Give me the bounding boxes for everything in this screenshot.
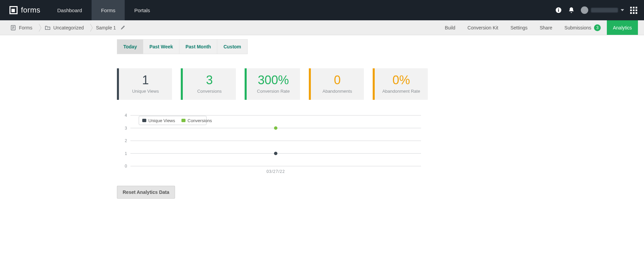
card-label: Conversions (186, 89, 232, 94)
apps-grid-icon[interactable] (630, 7, 637, 14)
analytics-chart: 0123403/27/22Unique ViewsConversions (117, 112, 428, 176)
brand-logo-icon (9, 6, 18, 14)
sub-bar: Forms?UncategorizedSample 1 BuildConvers… (0, 20, 644, 35)
svg-text:0: 0 (125, 164, 127, 168)
chart-area: 0123403/27/22Unique ViewsConversions (117, 112, 428, 176)
card-value: 0% (378, 73, 424, 87)
subtab-settings[interactable]: Settings (504, 20, 534, 35)
subtab-conversion-kit[interactable]: Conversion Kit (462, 20, 504, 35)
svg-point-19 (274, 152, 277, 155)
breadcrumb-sample-1[interactable]: Sample 1 (96, 25, 138, 31)
stat-card-conversions: 3Conversions (181, 68, 236, 100)
sub-tabs: BuildConversion KitSettingsShareSubmissi… (439, 20, 638, 35)
breadcrumb-label: Forms (19, 25, 32, 30)
brand-name: forms (21, 6, 41, 15)
info-icon[interactable] (555, 7, 562, 14)
subtab-submissions[interactable]: Submissions3 (559, 20, 607, 35)
svg-rect-2 (558, 9, 559, 12)
subtab-label: Build (445, 25, 455, 30)
svg-text:?: ? (47, 27, 48, 29)
form-icon (10, 25, 16, 31)
svg-text:1: 1 (125, 151, 127, 156)
svg-rect-24 (181, 119, 185, 122)
range-tab-today[interactable]: Today (117, 39, 143, 54)
breadcrumb-forms[interactable]: Forms (10, 25, 45, 31)
card-label: Abandonments (314, 89, 361, 94)
subtab-label: Analytics (613, 25, 632, 30)
svg-text:Conversions: Conversions (188, 118, 212, 123)
svg-text:4: 4 (125, 113, 127, 118)
folder-icon: ? (45, 25, 51, 31)
range-tab-past-week[interactable]: Past Week (143, 39, 179, 54)
card-label: Conversion Rate (250, 89, 296, 94)
card-label: Unique Views (122, 89, 169, 94)
top-nav-dashboard[interactable]: Dashboard (48, 0, 92, 20)
subtab-label: Conversion Kit (468, 25, 498, 30)
subtab-build[interactable]: Build (439, 20, 461, 35)
card-value: 1 (122, 73, 169, 87)
stat-card-unique-views: 1Unique Views (117, 68, 172, 100)
bell-icon[interactable] (568, 7, 575, 14)
stat-card-conversion-rate: 300%Conversion Rate (245, 68, 300, 100)
user-name (591, 8, 618, 13)
card-value: 0 (314, 73, 361, 87)
breadcrumb-uncategorized[interactable]: ?Uncategorized (45, 25, 96, 31)
stat-cards: 1Unique Views3Conversions300%Conversion … (117, 68, 428, 100)
breadcrumb-label: Uncategorized (53, 25, 84, 30)
submissions-badge: 3 (594, 24, 601, 31)
svg-text:Unique Views: Unique Views (148, 118, 175, 123)
chevron-down-icon (621, 9, 624, 11)
stat-card-abandonment-rate: 0%Abandonment Rate (373, 68, 428, 100)
range-tabs: TodayPast WeekPast MonthCustom (117, 39, 428, 54)
top-nav: forms DashboardFormsPortals (0, 0, 644, 20)
svg-point-1 (558, 8, 559, 9)
range-tab-past-month[interactable]: Past Month (179, 39, 217, 54)
avatar-icon (581, 6, 588, 14)
svg-point-20 (274, 127, 277, 130)
top-nav-links: DashboardFormsPortals (48, 0, 160, 20)
brand[interactable]: forms (0, 6, 48, 15)
user-menu[interactable] (581, 6, 624, 14)
svg-rect-22 (142, 119, 146, 122)
card-value: 300% (250, 73, 296, 87)
range-tab-custom[interactable]: Custom (217, 39, 247, 54)
subtab-analytics[interactable]: Analytics (607, 20, 638, 35)
top-nav-forms[interactable]: Forms (92, 0, 125, 20)
content: TodayPast WeekPast MonthCustom 1Unique V… (117, 35, 428, 199)
subtab-share[interactable]: Share (534, 20, 558, 35)
subtab-label: Submissions (565, 25, 591, 30)
breadcrumb: Forms?UncategorizedSample 1 (10, 25, 138, 31)
card-value: 3 (186, 73, 232, 87)
card-label: Abandonment Rate (378, 89, 424, 94)
stat-card-abandonments: 0Abandonments (309, 68, 364, 100)
svg-text:03/27/22: 03/27/22 (267, 169, 285, 174)
pencil-icon[interactable] (121, 25, 126, 31)
subtab-label: Settings (511, 25, 528, 30)
top-nav-portals[interactable]: Portals (125, 0, 159, 20)
reset-analytics-button[interactable]: Reset Analytics Data (117, 186, 175, 199)
svg-text:2: 2 (125, 138, 127, 143)
breadcrumb-label: Sample 1 (96, 25, 116, 30)
top-nav-right (555, 6, 644, 14)
svg-text:3: 3 (125, 126, 127, 131)
subtab-label: Share (540, 25, 552, 30)
